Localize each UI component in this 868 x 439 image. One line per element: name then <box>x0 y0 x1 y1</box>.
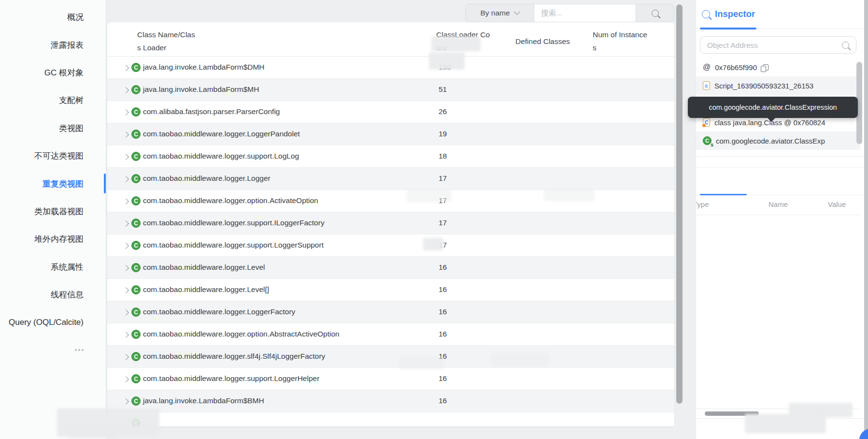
chevron-right-icon[interactable] <box>123 198 129 205</box>
table-row[interactable]: com.taobao.middleware.logger.support.Log… <box>107 146 674 168</box>
sidebar-item[interactable]: 线程信息 <box>0 281 106 308</box>
inspector-icon <box>702 10 710 18</box>
divider <box>696 215 860 215</box>
object-type-icon <box>703 136 711 145</box>
chevron-right-icon[interactable] <box>123 154 129 160</box>
chevron-right-icon[interactable] <box>123 309 129 316</box>
object-address-box <box>700 36 856 54</box>
chevron-right-icon[interactable] <box>123 87 129 93</box>
address-search-icon[interactable] <box>842 42 849 49</box>
class-name: com.taobao.middleware.logger.support.Log… <box>143 241 324 249</box>
sidebar-item-label: 重复类视图 <box>43 178 84 190</box>
sidebar-item-label: 泄露报表 <box>51 40 84 51</box>
chevron-right-icon[interactable] <box>123 354 129 360</box>
class-name: com.taobao.middleware.logger.option.Abst… <box>143 330 340 338</box>
chevron-right-icon[interactable] <box>123 176 129 182</box>
table-row-partial[interactable] <box>107 412 674 426</box>
chevron-right-icon[interactable] <box>123 376 129 382</box>
sidebar-item[interactable] <box>0 337 106 364</box>
table-row[interactable]: com.taobao.middleware.logger.support.ILo… <box>107 212 674 234</box>
chevron-right-icon[interactable] <box>123 398 129 405</box>
inspector-list-item[interactable]: 0x76b65f990 <box>696 58 860 76</box>
sidebar-item[interactable]: Query (OQL/Calcite) <box>0 308 106 336</box>
inspector-title: Inspector <box>715 9 755 19</box>
table-rows: java.lang.invoke.LambdaForm$DMH 130 java… <box>107 57 674 412</box>
search-button[interactable] <box>636 4 674 22</box>
search-input[interactable] <box>534 4 636 22</box>
inspector-list-item[interactable] <box>696 150 860 153</box>
chevron-right-icon[interactable] <box>123 332 129 338</box>
chevron-right-icon[interactable] <box>123 243 129 249</box>
chevron-right-icon[interactable] <box>123 109 129 116</box>
table-row[interactable]: java.lang.invoke.LambdaForm$DMH 130 <box>107 57 674 79</box>
class-icon <box>131 396 141 406</box>
chevron-right-icon[interactable] <box>123 132 129 138</box>
sidebar-item[interactable]: GC 根对象 <box>0 59 106 87</box>
class-name: com.taobao.middleware.logger.Logger <box>143 174 270 183</box>
classloader-count: 26 <box>439 107 447 116</box>
sidebar-item[interactable]: 类视图 <box>0 115 106 142</box>
table-row[interactable]: com.taobao.middleware.logger.LoggerFacto… <box>107 301 674 323</box>
classloader-count: 16 <box>439 307 447 316</box>
class-icon <box>131 419 141 426</box>
classloader-count: 17 <box>439 219 447 227</box>
sidebar-item[interactable]: 泄露报表 <box>0 31 106 59</box>
chevron-down-icon <box>514 9 520 15</box>
chevron-right-icon[interactable] <box>123 220 129 227</box>
class-icon <box>131 107 141 117</box>
sidebar-item-label: 支配树 <box>59 95 84 106</box>
table-row[interactable]: com.taobao.middleware.logger.support.Log… <box>107 368 674 390</box>
table-row[interactable]: com.taobao.middleware.logger.slf4j.Slf4j… <box>107 346 674 368</box>
table-row[interactable]: com.taobao.middleware.logger.Level[] 16 <box>107 279 674 301</box>
class-name: com.taobao.middleware.logger.LoggerPando… <box>143 130 300 138</box>
table-row[interactable]: java.lang.invoke.LambdaForm$MH 51 <box>107 79 674 101</box>
table-row[interactable]: com.alibaba.fastjson.parser.ParserConfig… <box>107 101 674 123</box>
table-row[interactable]: com.taobao.middleware.logger.option.Acti… <box>107 190 674 212</box>
more-dots-icon <box>75 349 77 351</box>
col-classloader-count[interactable]: ClassLoader Count <box>436 28 493 54</box>
classloader-count: 16 <box>439 374 447 383</box>
attr-col-name: Name <box>768 200 788 208</box>
chevron-right-icon[interactable] <box>123 65 129 71</box>
col-num-instances[interactable]: Num of Instances <box>593 28 651 54</box>
sidebar-item[interactable]: 堆外内存视图 <box>0 225 106 253</box>
table-row[interactable]: com.taobao.middleware.logger.Level 16 <box>107 257 674 279</box>
main-scrollbar[interactable] <box>676 4 683 404</box>
table-row[interactable]: java.lang.invoke.LambdaForm$BMH 16 <box>107 390 674 412</box>
class-icon <box>131 196 141 205</box>
object-type-icon <box>703 81 710 90</box>
sidebar-item-label: GC 根对象 <box>44 67 84 78</box>
sidebar-item[interactable]: 类加载器视图 <box>0 198 106 225</box>
table-header: Class Name/Class Loader ClassLoader Coun… <box>107 22 674 57</box>
class-tooltip: com.googlecode.aviator.ClassExpression <box>688 97 858 118</box>
table-row[interactable]: com.taobao.middleware.logger.support.Log… <box>107 234 674 257</box>
col-defined-classes[interactable]: Defined Classes <box>515 35 598 48</box>
sidebar-item[interactable]: 支配树 <box>0 87 106 114</box>
chevron-right-icon[interactable] <box>123 287 129 293</box>
sidebar-item[interactable]: 系统属性 <box>0 253 106 281</box>
window-scrollbar-track[interactable] <box>864 0 868 439</box>
inspector-list-item[interactable]: com.googlecode.aviator.ClassExp <box>696 132 860 150</box>
sidebar-item[interactable]: 概况 <box>0 3 106 31</box>
heap-analyzer-window: 概况 泄露报表 GC 根对象 支配树 类视图 不可达类视图 <box>0 0 868 439</box>
classloader-count: 17 <box>439 241 447 249</box>
table-row[interactable]: com.taobao.middleware.logger.LoggerPando… <box>107 123 674 146</box>
inspector-list-item[interactable]: Script_1639050593231_26153 <box>696 76 860 95</box>
inspector-horizontal-scrollbar[interactable] <box>705 411 759 416</box>
sidebar-item[interactable]: 重复类视图 <box>0 170 106 197</box>
chevron-right-icon[interactable] <box>123 265 129 271</box>
classloader-count: 16 <box>439 285 447 294</box>
copy-icon[interactable] <box>763 64 768 71</box>
classloader-count: 17 <box>439 196 447 205</box>
class-icon <box>131 285 141 294</box>
col-class-name[interactable]: Class Name/Class Loader <box>137 28 195 54</box>
object-address-input[interactable] <box>706 39 834 52</box>
sidebar-item[interactable]: 不可达类视图 <box>0 142 106 170</box>
classloader-count: 16 <box>439 263 447 272</box>
class-name: java.lang.invoke.LambdaForm$MH <box>143 85 259 94</box>
search-icon <box>652 10 659 17</box>
sidebar-item-label: 类视图 <box>59 123 84 134</box>
table-row[interactable]: com.taobao.middleware.logger.Logger 17 <box>107 168 674 190</box>
search-mode-select[interactable]: By name <box>465 4 534 22</box>
table-row[interactable]: com.taobao.middleware.logger.option.Abst… <box>107 323 674 346</box>
